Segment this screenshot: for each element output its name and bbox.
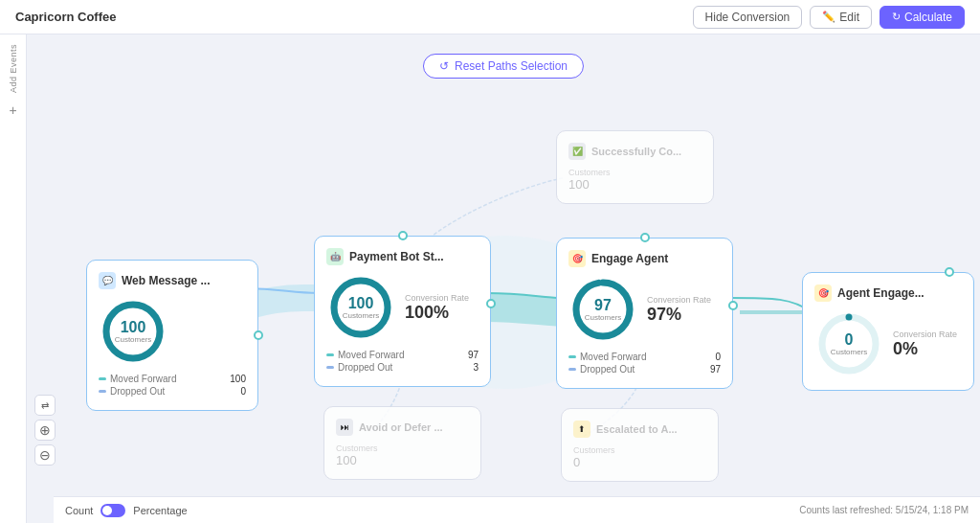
engage-agent-gauge: 97 Customers: [568, 275, 637, 344]
calculate-label: Calculate: [904, 11, 952, 24]
payment-bot-right-dot: [486, 299, 496, 308]
web-message-gauge-center: 100 Customers: [115, 320, 152, 344]
edit-label: Edit: [839, 11, 859, 24]
add-events-label: Add Events: [9, 44, 18, 93]
successfully-card: ✅ Successfully Co... Customers 100: [556, 130, 714, 204]
dropped-value-wm: 0: [240, 386, 246, 397]
agent-engage-card: 🎯 Agent Engage... 0 Customers Conversion…: [802, 272, 974, 391]
hide-conversion-label: Hide Conversion: [705, 11, 791, 24]
payment-bot-icon: 🤖: [326, 248, 344, 265]
calculate-icon: ↻: [892, 11, 901, 23]
engage-agent-dropped-row: Dropped Out 97: [568, 364, 721, 375]
hide-conversion-button[interactable]: Hide Conversion: [693, 6, 803, 29]
payment-bot-header: 🤖 Payment Bot St...: [326, 248, 479, 265]
avoid-defer-customers-label: Customers: [336, 443, 469, 453]
web-message-moved-row: Moved Forward 100: [99, 374, 246, 384]
moved-value-pb: 97: [468, 350, 479, 360]
moved-dot-wm: [99, 377, 106, 380]
dropped-label-pb: Dropped Out: [338, 362, 469, 373]
payment-bot-metrics: Moved Forward 97 Dropped Out 3: [326, 350, 479, 373]
successfully-customers-value: 100: [568, 177, 702, 192]
conversion-rate-label-ag: Conversion Rate: [893, 330, 957, 339]
count-label: Count: [65, 505, 93, 516]
engage-agent-icon: 🎯: [568, 250, 586, 267]
add-events-button[interactable]: +: [9, 102, 16, 118]
canvas: ↺ Reset Paths Selection 💬 Web Message ..…: [27, 34, 980, 523]
engage-agent-card: 🎯 Engage Agent 97 Customers Conversion R…: [556, 238, 733, 389]
payment-bot-card: 🤖 Payment Bot St... 100 Customers Conver…: [314, 236, 491, 387]
web-message-title: Web Message ...: [122, 274, 210, 287]
edit-button[interactable]: ✏️ Edit: [810, 6, 872, 29]
escalated-icon: ⬆: [573, 421, 590, 438]
avoid-defer-title: Avoid or Defer ...: [359, 421, 443, 433]
engage-agent-conversion: Conversion Rate 97%: [647, 295, 711, 325]
moved-dot-pb: [326, 353, 334, 356]
moved-label-wm: Moved Forward: [110, 374, 226, 384]
moved-label-ea: Moved Forward: [580, 352, 711, 362]
zoom-controls: ⇄ ⊕ ⊖: [34, 395, 56, 466]
dropped-dot-wm: [99, 390, 106, 393]
dropped-label-wm: Dropped Out: [110, 386, 236, 397]
agent-engage-gauge-wrap: 0 Customers Conversion Rate 0%: [814, 309, 962, 378]
header: Capricorn Coffee Hide Conversion ✏️ Edit…: [0, 0, 980, 34]
dropped-label-ea: Dropped Out: [580, 364, 706, 375]
avoid-defer-card: ⏭ Avoid or Defer ... Customers 100: [323, 406, 481, 480]
dropped-value-ea: 97: [710, 364, 721, 375]
shuffle-icon: ⇄: [41, 400, 49, 411]
dropped-dot-pb: [326, 366, 334, 369]
calculate-button[interactable]: ↻ Calculate: [880, 6, 965, 29]
web-message-header: 💬 Web Message ...: [99, 272, 246, 289]
engage-agent-header: 🎯 Engage Agent: [568, 250, 721, 267]
pencil-icon: ✏️: [822, 11, 835, 23]
successfully-customers-label: Customers: [568, 168, 702, 177]
payment-bot-conversion: Conversion Rate 100%: [405, 293, 469, 323]
engage-agent-moved-row: Moved Forward 0: [568, 352, 721, 362]
left-sidebar: Add Events +: [0, 34, 27, 523]
refresh-timestamp: Counts last refreshed: 5/15/24, 1:18 PM: [799, 505, 969, 515]
engage-agent-title: Engage Agent: [591, 252, 668, 265]
successfully-icon: ✅: [568, 143, 586, 160]
engage-agent-gauge-wrap: 97 Customers Conversion Rate 97%: [568, 275, 721, 344]
avoid-defer-customers-value: 100: [336, 453, 469, 467]
avoid-defer-header: ⏭ Avoid or Defer ...: [336, 419, 469, 436]
escalated-header: ⬆ Escalated to A...: [573, 421, 706, 438]
shuffle-button[interactable]: ⇄: [34, 395, 56, 416]
customers-label-pb: Customers: [343, 311, 380, 320]
dropped-dot-ea: [568, 368, 576, 371]
engage-agent-metrics: Moved Forward 0 Dropped Out 97: [568, 352, 721, 375]
count-percentage-toggle[interactable]: [100, 504, 125, 517]
payment-bot-title: Payment Bot St...: [349, 250, 444, 263]
reset-icon: ↺: [439, 59, 449, 73]
payment-bot-moved-row: Moved Forward 97: [326, 350, 479, 360]
payment-bot-gauge-wrap: 100 Customers Conversion Rate 100%: [326, 273, 479, 342]
moved-value-wm: 100: [230, 374, 246, 384]
agent-engage-gauge-center: 0 Customers: [831, 332, 868, 356]
zoom-in-button[interactable]: ⊕: [34, 420, 56, 441]
web-message-right-dot: [254, 330, 263, 340]
agent-engage-header: 🎯 Agent Engage...: [814, 284, 962, 302]
web-message-card: 💬 Web Message ... 100 Customers Moved Fo…: [86, 260, 258, 411]
zoom-out-icon: ⊖: [39, 447, 51, 463]
engage-agent-top-dot: [640, 233, 650, 242]
reset-paths-button[interactable]: ↺ Reset Paths Selection: [423, 54, 584, 79]
web-message-dropped-row: Dropped Out 0: [99, 386, 246, 397]
toggle-thumb: [102, 506, 112, 515]
agent-engage-title: Agent Engage...: [837, 286, 924, 300]
escalated-customers-label: Customers: [573, 445, 706, 455]
dropped-value-pb: 3: [473, 362, 479, 373]
zoom-out-button[interactable]: ⊖: [34, 444, 56, 466]
reset-paths-label: Reset Paths Selection: [455, 59, 568, 73]
payment-bot-dropped-row: Dropped Out 3: [326, 362, 479, 373]
conversion-rate-value-ea: 97%: [647, 305, 711, 325]
app-title: Capricorn Coffee: [15, 10, 116, 24]
escalated-title: Escalated to A...: [596, 423, 678, 435]
bottom-left: Count Percentage: [65, 504, 188, 517]
escalated-card: ⬆ Escalated to A... Customers 0: [561, 408, 719, 482]
moved-dot-ea: [568, 355, 576, 358]
conversion-rate-value-pb: 100%: [405, 303, 469, 323]
payment-bot-gauge-center: 100 Customers: [343, 296, 380, 320]
payment-bot-top-dot: [398, 231, 408, 240]
web-message-gauge: 100 Customers: [99, 297, 167, 366]
agent-engage-icon: 🎯: [814, 284, 832, 302]
customers-label-ag: Customers: [831, 348, 868, 356]
